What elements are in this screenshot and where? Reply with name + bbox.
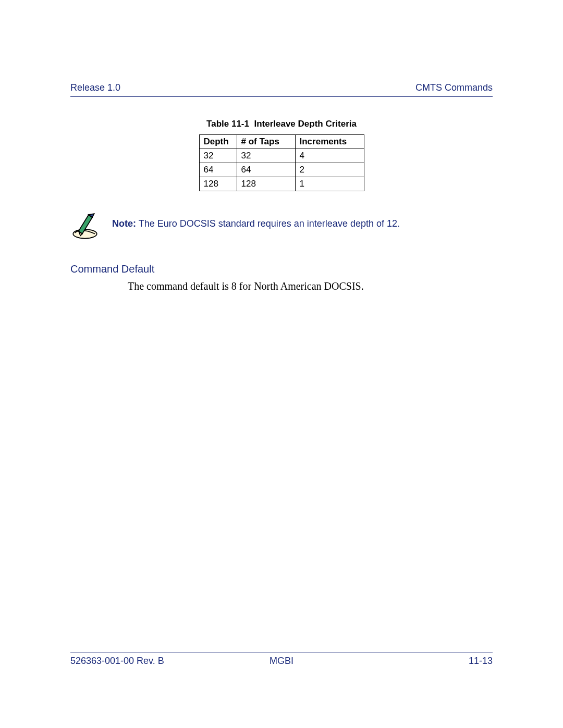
cell-depth: 64 bbox=[199, 163, 237, 177]
cell-depth: 32 bbox=[199, 149, 237, 163]
footer-center: MGBI bbox=[70, 656, 493, 667]
note-text: Note: The Euro DOCSIS standard requires … bbox=[112, 218, 400, 229]
cell-depth: 128 bbox=[199, 177, 237, 191]
section-body: The command default is 8 for North Ameri… bbox=[128, 280, 493, 292]
page-footer: 526363-001-00 Rev. B MGBI 11-13 bbox=[70, 652, 493, 667]
note-block: Note: The Euro DOCSIS standard requires … bbox=[70, 211, 493, 240]
cell-taps: 128 bbox=[237, 177, 295, 191]
table-row: 64 64 2 bbox=[199, 163, 364, 177]
col-header-depth: Depth bbox=[199, 135, 237, 149]
table-row: 128 128 1 bbox=[199, 177, 364, 191]
table-caption-prefix: Table 11-1 bbox=[206, 119, 249, 129]
pen-note-icon bbox=[70, 211, 100, 240]
table-caption-title: Interleave Depth Criteria bbox=[254, 119, 357, 129]
header-right: CMTS Commands bbox=[415, 82, 493, 93]
table-caption: Table 11-1 Interleave Depth Criteria bbox=[70, 119, 493, 129]
note-label: Note: bbox=[112, 218, 136, 229]
cell-taps: 32 bbox=[237, 149, 295, 163]
header-left: Release 1.0 bbox=[70, 82, 120, 93]
page: Release 1.0 CMTS Commands Table 11-1 Int… bbox=[0, 0, 563, 728]
table-row: 32 32 4 bbox=[199, 149, 364, 163]
col-header-taps: # of Taps bbox=[237, 135, 295, 149]
cell-incr: 2 bbox=[295, 163, 364, 177]
col-header-increments: Increments bbox=[295, 135, 364, 149]
page-header: Release 1.0 CMTS Commands bbox=[70, 82, 493, 97]
cell-incr: 1 bbox=[295, 177, 364, 191]
cell-incr: 4 bbox=[295, 149, 364, 163]
table-header-row: Depth # of Taps Increments bbox=[199, 135, 364, 149]
note-body: The Euro DOCSIS standard requires an int… bbox=[139, 218, 400, 229]
cell-taps: 64 bbox=[237, 163, 295, 177]
interleave-depth-table: Depth # of Taps Increments 32 32 4 64 64… bbox=[199, 134, 364, 191]
section-heading: Command Default bbox=[70, 263, 493, 275]
